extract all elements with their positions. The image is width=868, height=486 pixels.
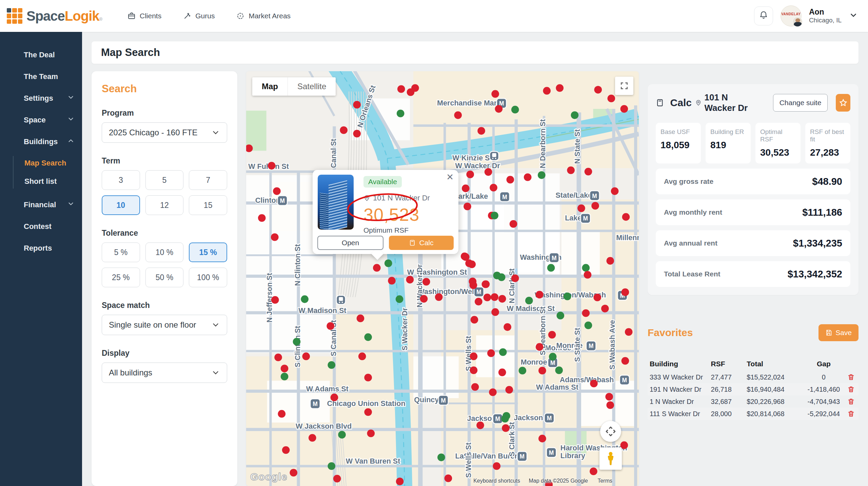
building-marker-red[interactable] xyxy=(477,127,485,135)
nav-gurus[interactable]: Gurus xyxy=(183,12,215,20)
open-button[interactable]: Open xyxy=(317,236,383,250)
building-marker-red[interactable] xyxy=(591,202,599,210)
building-marker-green[interactable] xyxy=(585,322,592,329)
building-marker-red[interactable] xyxy=(536,291,544,298)
building-marker-red[interactable] xyxy=(543,87,551,95)
building-marker-red[interactable] xyxy=(504,323,511,331)
building-marker-red[interactable] xyxy=(605,393,613,401)
building-marker-red[interactable] xyxy=(388,277,396,285)
building-marker-green[interactable] xyxy=(547,264,555,272)
tolerance-option-5%[interactable]: 5 % xyxy=(102,242,140,262)
building-marker-green[interactable] xyxy=(396,295,403,303)
building-marker-red[interactable] xyxy=(593,294,601,302)
delete-favorite-button[interactable] xyxy=(847,386,855,393)
building-marker-red[interactable] xyxy=(331,394,338,402)
sidebar-item-the-deal[interactable]: The Deal xyxy=(0,44,82,66)
building-marker-red[interactable] xyxy=(495,105,503,113)
building-marker-red[interactable] xyxy=(511,274,519,282)
building-marker-green[interactable] xyxy=(338,431,346,439)
building-marker-red[interactable] xyxy=(611,187,619,195)
building-marker-red[interactable] xyxy=(364,408,372,416)
building-marker-red[interactable] xyxy=(454,111,462,119)
term-option-5[interactable]: 5 xyxy=(145,170,184,190)
term-option-7[interactable]: 7 xyxy=(189,170,227,190)
terms-link[interactable]: Terms xyxy=(597,478,612,484)
building-marker-red[interactable] xyxy=(268,162,276,170)
building-marker-green[interactable] xyxy=(491,212,498,219)
building-marker-green[interactable] xyxy=(511,106,519,114)
building-marker-red[interactable] xyxy=(327,322,334,330)
building-marker-red[interactable] xyxy=(585,168,592,176)
building-marker-red[interactable] xyxy=(567,167,575,174)
building-marker-red[interactable] xyxy=(538,435,546,443)
term-option-3[interactable]: 3 xyxy=(102,170,140,190)
building-marker-red[interactable] xyxy=(493,462,500,470)
sidebar-item-settings[interactable]: Settings xyxy=(0,88,82,109)
building-marker-red[interactable] xyxy=(482,280,490,288)
pegman-control[interactable] xyxy=(599,447,622,470)
building-marker-red[interactable] xyxy=(290,469,297,477)
building-marker-green[interactable] xyxy=(525,297,533,305)
building-marker-red[interactable] xyxy=(420,295,428,303)
building-marker-red[interactable] xyxy=(470,366,478,374)
building-marker-red[interactable] xyxy=(606,257,614,265)
building-marker-red[interactable] xyxy=(367,429,375,437)
notifications-button[interactable] xyxy=(754,6,773,25)
space-match-select[interactable]: Single suite on one floor xyxy=(102,315,227,335)
building-marker-red[interactable] xyxy=(622,213,630,221)
building-marker-red[interactable] xyxy=(470,352,478,360)
building-marker-green[interactable] xyxy=(582,264,590,272)
building-marker-green[interactable] xyxy=(538,171,546,179)
tolerance-option-100%[interactable]: 100 % xyxy=(189,268,227,287)
term-option-15[interactable]: 15 xyxy=(189,195,227,215)
building-marker-red[interactable] xyxy=(625,328,633,336)
delete-favorite-button[interactable] xyxy=(847,398,855,405)
building-marker-red[interactable] xyxy=(548,331,556,339)
building-marker-red[interactable] xyxy=(491,90,499,98)
building-marker-red[interactable] xyxy=(364,374,372,382)
building-marker-red[interactable] xyxy=(582,309,590,317)
change-suite-button[interactable]: Change suite xyxy=(773,94,828,112)
sidebar-item-contest[interactable]: Contest xyxy=(0,216,82,237)
sidebar-item-buildings[interactable]: Buildings xyxy=(0,131,82,153)
building-marker-red[interactable] xyxy=(422,278,430,286)
fullscreen-button[interactable] xyxy=(615,77,633,95)
building-marker-green[interactable] xyxy=(549,353,557,361)
building-marker-red[interactable] xyxy=(471,316,478,324)
building-marker-red[interactable] xyxy=(505,386,513,394)
calc-button[interactable]: Calc xyxy=(389,236,454,250)
term-option-10[interactable]: 10 xyxy=(102,195,140,215)
avatar[interactable]: VANDELAY xyxy=(781,5,802,26)
building-marker-red[interactable] xyxy=(489,388,497,396)
building-marker-red[interactable] xyxy=(491,293,498,301)
building-marker-red[interactable] xyxy=(373,264,381,272)
building-marker-red[interactable] xyxy=(484,294,491,302)
sidebar-subitem-map-search[interactable]: Map Search xyxy=(0,154,82,172)
map-view-button[interactable]: Map xyxy=(252,77,288,96)
building-marker-red[interactable] xyxy=(498,295,506,303)
nav-market-areas[interactable]: Market Areas xyxy=(236,12,291,20)
sidebar-item-reports[interactable]: Reports xyxy=(0,237,82,259)
building-marker-green[interactable] xyxy=(384,259,392,267)
building-marker-red[interactable] xyxy=(353,130,361,138)
tolerance-option-15%[interactable]: 15 % xyxy=(189,242,227,262)
building-marker-red[interactable] xyxy=(466,171,474,178)
favorite-star-button[interactable] xyxy=(836,94,850,112)
sidebar-item-financial[interactable]: Financial xyxy=(0,194,82,216)
building-marker-red[interactable] xyxy=(536,343,544,351)
building-marker-red[interactable] xyxy=(590,380,598,387)
building-marker-red[interactable] xyxy=(620,105,628,113)
nav-clients[interactable]: Clients xyxy=(127,12,161,20)
building-marker-red[interactable] xyxy=(470,281,477,289)
building-marker-red[interactable] xyxy=(601,305,609,313)
building-marker-red[interactable] xyxy=(397,85,405,93)
building-marker-red[interactable] xyxy=(340,126,348,134)
building-marker-red[interactable] xyxy=(282,446,290,454)
building-marker-green[interactable] xyxy=(564,293,571,300)
building-marker-green[interactable] xyxy=(328,462,335,470)
building-marker-red[interactable] xyxy=(468,260,476,268)
building-marker-red[interactable] xyxy=(396,478,404,485)
building-marker-red[interactable] xyxy=(353,101,361,109)
building-marker-green[interactable] xyxy=(301,295,309,303)
building-marker-green[interactable] xyxy=(571,111,579,119)
